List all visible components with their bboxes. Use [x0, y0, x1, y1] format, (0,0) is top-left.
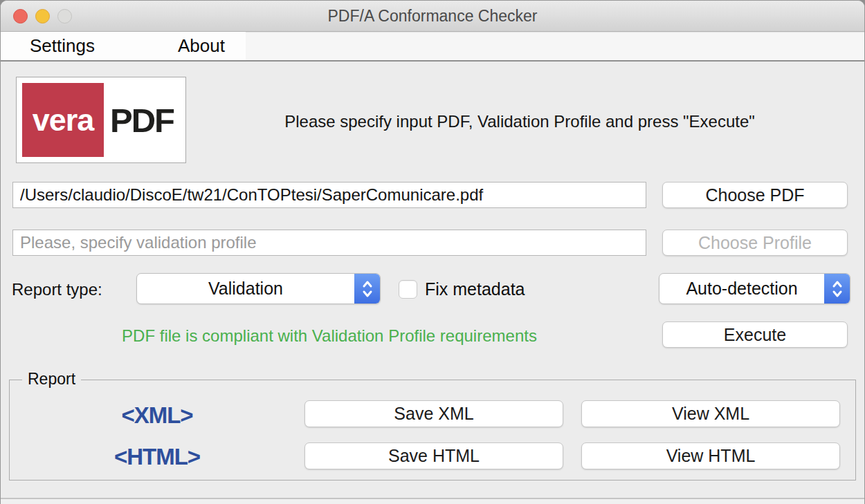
report-type-value: Validation — [137, 274, 354, 304]
menu-item-settings[interactable]: Settings — [26, 32, 99, 60]
html-tag-label: <HTML> — [19, 444, 295, 470]
view-xml-button[interactable]: View XML — [581, 400, 840, 427]
window-bottom-strip — [1, 499, 864, 504]
xml-tag-label: <XML> — [19, 402, 295, 429]
pdf-path-input[interactable] — [12, 182, 646, 208]
choose-pdf-button[interactable]: Choose PDF — [662, 182, 848, 208]
view-html-button[interactable]: View HTML — [581, 442, 840, 469]
app-window: PDF/A Conformance Checker Settings About… — [0, 0, 865, 504]
menubar: Settings About — [1, 32, 864, 62]
fix-metadata-label: Fix metadata — [425, 274, 525, 305]
logo-pdf-text: PDF — [104, 83, 180, 157]
menubar-filler — [246, 32, 864, 60]
fix-metadata-checkbox[interactable] — [399, 280, 417, 299]
report-type-label: Report type: — [12, 274, 102, 305]
titlebar: PDF/A Conformance Checker — [1, 1, 864, 32]
chevron-updown-icon — [824, 274, 850, 304]
report-groupbox: Report <XML> Save XML View XML <HTML> Sa… — [9, 380, 856, 480]
validation-profile-input[interactable] — [12, 230, 646, 256]
chevron-updown-icon — [354, 274, 380, 304]
menu-item-about[interactable]: About — [174, 32, 229, 60]
status-message: PDF file is compliant with Validation Pr… — [12, 326, 646, 346]
logo-vera-text: vera — [22, 83, 104, 157]
choose-profile-button[interactable]: Choose Profile — [662, 230, 848, 256]
save-html-button[interactable]: Save HTML — [304, 442, 563, 469]
window-title: PDF/A Conformance Checker — [1, 1, 864, 32]
instruction-text: Please specify input PDF, Validation Pro… — [194, 112, 845, 131]
save-xml-button[interactable]: Save XML — [304, 400, 563, 427]
verapdf-logo: vera PDF — [16, 77, 186, 163]
flavour-select[interactable]: Auto-detection — [659, 273, 850, 304]
report-type-select[interactable]: Validation — [136, 273, 381, 304]
report-legend: Report — [22, 370, 81, 389]
execute-button[interactable]: Execute — [662, 321, 848, 348]
flavour-value: Auto-detection — [659, 274, 824, 304]
